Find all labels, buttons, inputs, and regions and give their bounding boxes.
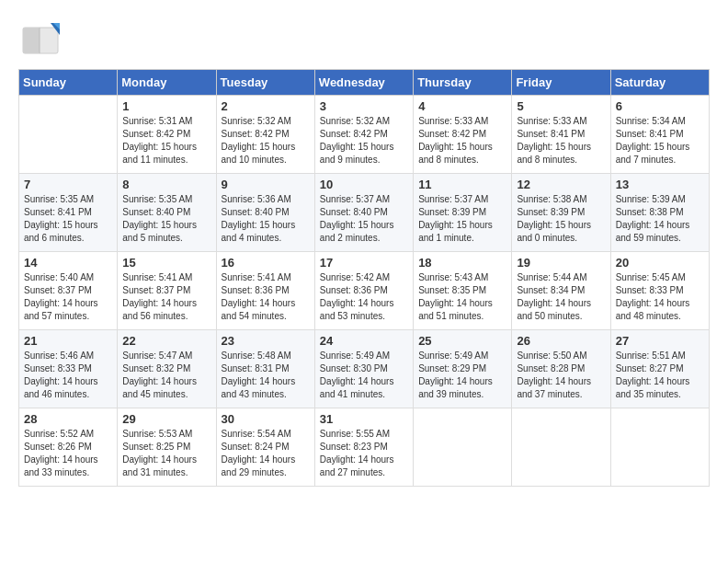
day-number: 6 [616,99,704,113]
day-number: 1 [122,99,210,113]
day-header-wednesday: Wednesday [314,70,413,96]
cell-info: Sunrise: 5:40 AMSunset: 8:37 PMDaylight:… [24,271,112,323]
cell-info: Sunrise: 5:49 AMSunset: 8:29 PMDaylight:… [418,350,506,401]
day-number: 13 [616,178,704,191]
day-header-saturday: Saturday [610,70,709,96]
day-number: 12 [517,178,605,191]
calendar-cell: 14Sunrise: 5:40 AMSunset: 8:37 PMDayligh… [19,252,118,330]
calendar-cell: 25Sunrise: 5:49 AMSunset: 8:29 PMDayligh… [414,330,512,408]
day-header-monday: Monday [118,70,216,96]
calendar-cell: 16Sunrise: 5:41 AMSunset: 8:36 PMDayligh… [216,252,314,330]
day-number: 10 [320,178,408,191]
cell-info: Sunrise: 5:35 AMSunset: 8:41 PMDaylight:… [24,193,112,245]
calendar-cell: 27Sunrise: 5:51 AMSunset: 8:27 PMDayligh… [610,330,709,408]
day-number: 15 [122,256,210,270]
cell-info: Sunrise: 5:37 AMSunset: 8:40 PMDaylight:… [320,193,408,245]
day-number: 16 [222,256,310,270]
calendar-cell [610,408,709,487]
calendar-cell: 4Sunrise: 5:33 AMSunset: 8:42 PMDaylight… [414,96,512,174]
cell-info: Sunrise: 5:38 AMSunset: 8:39 PMDaylight:… [517,193,605,245]
cell-info: Sunrise: 5:55 AMSunset: 8:23 PMDaylight:… [320,428,408,479]
calendar-cell: 1Sunrise: 5:31 AMSunset: 8:42 PMDaylight… [118,96,216,174]
calendar-cell: 8Sunrise: 5:35 AMSunset: 8:40 PMDaylight… [118,174,216,252]
calendar-cell: 21Sunrise: 5:46 AMSunset: 8:33 PMDayligh… [19,330,118,408]
day-number: 27 [616,334,704,348]
calendar-cell: 31Sunrise: 5:55 AMSunset: 8:23 PMDayligh… [314,408,413,487]
cell-info: Sunrise: 5:42 AMSunset: 8:36 PMDaylight:… [320,271,408,323]
calendar-cell: 28Sunrise: 5:52 AMSunset: 8:26 PMDayligh… [19,408,118,487]
day-number: 17 [320,256,408,270]
day-number: 3 [320,99,408,113]
cell-info: Sunrise: 5:35 AMSunset: 8:40 PMDaylight:… [122,193,210,245]
day-number: 20 [616,256,704,270]
calendar-cell: 9Sunrise: 5:36 AMSunset: 8:40 PMDaylight… [216,174,314,252]
cell-info: Sunrise: 5:51 AMSunset: 8:27 PMDaylight:… [616,350,704,401]
logo-icon [18,18,64,60]
day-number: 30 [222,412,310,426]
cell-info: Sunrise: 5:37 AMSunset: 8:39 PMDaylight:… [418,193,506,245]
day-number: 2 [222,99,310,113]
cell-info: Sunrise: 5:53 AMSunset: 8:25 PMDaylight:… [122,428,210,479]
calendar-cell: 13Sunrise: 5:39 AMSunset: 8:38 PMDayligh… [610,174,709,252]
cell-info: Sunrise: 5:32 AMSunset: 8:42 PMDaylight:… [320,115,408,167]
calendar-cell [19,96,118,174]
day-number: 14 [24,256,112,270]
calendar-table: SundayMondayTuesdayWednesdayThursdayFrid… [18,69,710,487]
cell-info: Sunrise: 5:52 AMSunset: 8:26 PMDaylight:… [24,428,112,479]
calendar-header-row: SundayMondayTuesdayWednesdayThursdayFrid… [19,70,710,96]
day-number: 28 [24,412,112,426]
day-number: 29 [122,412,210,426]
calendar-cell: 17Sunrise: 5:42 AMSunset: 8:36 PMDayligh… [314,252,413,330]
cell-info: Sunrise: 5:50 AMSunset: 8:28 PMDaylight:… [517,350,605,401]
day-number: 11 [418,178,506,191]
cell-info: Sunrise: 5:49 AMSunset: 8:30 PMDaylight:… [320,350,408,401]
calendar-cell: 26Sunrise: 5:50 AMSunset: 8:28 PMDayligh… [512,330,610,408]
calendar-cell: 30Sunrise: 5:54 AMSunset: 8:24 PMDayligh… [216,408,314,487]
day-number: 31 [320,412,408,426]
cell-info: Sunrise: 5:41 AMSunset: 8:37 PMDaylight:… [122,271,210,323]
cell-info: Sunrise: 5:39 AMSunset: 8:38 PMDaylight:… [616,193,704,245]
day-header-tuesday: Tuesday [216,70,314,96]
cell-info: Sunrise: 5:36 AMSunset: 8:40 PMDaylight:… [222,193,310,245]
cell-info: Sunrise: 5:41 AMSunset: 8:36 PMDaylight:… [222,271,310,323]
calendar-cell: 29Sunrise: 5:53 AMSunset: 8:25 PMDayligh… [118,408,216,487]
cell-info: Sunrise: 5:45 AMSunset: 8:33 PMDaylight:… [616,271,704,323]
day-number: 23 [222,334,310,348]
calendar-cell: 7Sunrise: 5:35 AMSunset: 8:41 PMDaylight… [19,174,118,252]
cell-info: Sunrise: 5:32 AMSunset: 8:42 PMDaylight:… [222,115,310,167]
day-number: 21 [24,334,112,348]
page-header [18,18,710,60]
day-number: 9 [222,178,310,191]
day-number: 25 [418,334,506,348]
day-number: 4 [418,99,506,113]
day-header-friday: Friday [512,70,610,96]
cell-info: Sunrise: 5:48 AMSunset: 8:31 PMDaylight:… [222,350,310,401]
calendar-cell: 20Sunrise: 5:45 AMSunset: 8:33 PMDayligh… [610,252,709,330]
cell-info: Sunrise: 5:33 AMSunset: 8:41 PMDaylight:… [517,115,605,167]
calendar-cell: 22Sunrise: 5:47 AMSunset: 8:32 PMDayligh… [118,330,216,408]
cell-info: Sunrise: 5:46 AMSunset: 8:33 PMDaylight:… [24,350,112,401]
calendar-cell: 2Sunrise: 5:32 AMSunset: 8:42 PMDaylight… [216,96,314,174]
day-number: 26 [517,334,605,348]
cell-info: Sunrise: 5:34 AMSunset: 8:41 PMDaylight:… [616,115,704,167]
day-number: 5 [517,99,605,113]
day-number: 18 [418,256,506,270]
week-row-4: 21Sunrise: 5:46 AMSunset: 8:33 PMDayligh… [19,330,710,408]
day-number: 19 [517,256,605,270]
calendar-cell: 11Sunrise: 5:37 AMSunset: 8:39 PMDayligh… [414,174,512,252]
week-row-2: 7Sunrise: 5:35 AMSunset: 8:41 PMDaylight… [19,174,710,252]
calendar-cell: 23Sunrise: 5:48 AMSunset: 8:31 PMDayligh… [216,330,314,408]
week-row-5: 28Sunrise: 5:52 AMSunset: 8:26 PMDayligh… [19,408,710,487]
day-header-sunday: Sunday [19,70,118,96]
cell-info: Sunrise: 5:54 AMSunset: 8:24 PMDaylight:… [222,428,310,479]
calendar-cell: 24Sunrise: 5:49 AMSunset: 8:30 PMDayligh… [314,330,413,408]
calendar-cell: 15Sunrise: 5:41 AMSunset: 8:37 PMDayligh… [118,252,216,330]
calendar-cell: 10Sunrise: 5:37 AMSunset: 8:40 PMDayligh… [314,174,413,252]
week-row-3: 14Sunrise: 5:40 AMSunset: 8:37 PMDayligh… [19,252,710,330]
calendar-cell: 18Sunrise: 5:43 AMSunset: 8:35 PMDayligh… [414,252,512,330]
week-row-1: 1Sunrise: 5:31 AMSunset: 8:42 PMDaylight… [19,96,710,174]
cell-info: Sunrise: 5:43 AMSunset: 8:35 PMDaylight:… [418,271,506,323]
calendar-cell: 3Sunrise: 5:32 AMSunset: 8:42 PMDaylight… [314,96,413,174]
logo [18,18,66,60]
cell-info: Sunrise: 5:33 AMSunset: 8:42 PMDaylight:… [418,115,506,167]
